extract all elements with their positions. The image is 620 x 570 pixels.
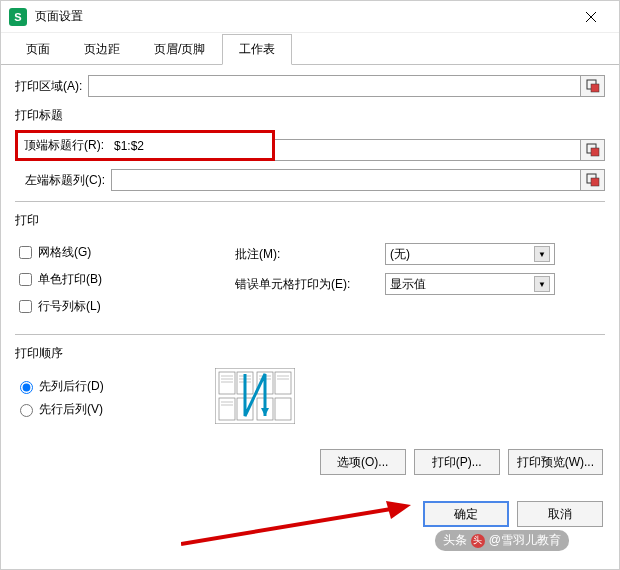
row-col-headings-checkbox[interactable] [19,300,32,313]
top-row-ref-button[interactable] [581,139,605,161]
row-col-headings-label: 行号列标(L) [38,298,101,315]
tab-margin[interactable]: 页边距 [67,34,137,65]
print-titles-section: 打印标题 [15,107,605,124]
gridlines-checkbox[interactable] [19,246,32,259]
watermark-prefix: 头条 [443,532,467,549]
print-button[interactable]: 打印(P)... [414,449,500,475]
top-row-label: 顶端标题行(R): [24,137,104,154]
black-white-label: 单色打印(B) [38,271,102,288]
tab-bar: 页面 页边距 页眉/页脚 工作表 [1,33,619,65]
svg-rect-12 [275,372,291,394]
over-then-down-label: 先行后列(V) [39,401,103,418]
tab-sheet[interactable]: 工作表 [222,34,292,65]
print-area-input[interactable] [88,75,581,97]
black-white-checkbox[interactable] [19,273,32,286]
errors-select[interactable]: 显示值 ▼ [385,273,555,295]
print-section: 打印 [15,212,605,229]
left-col-input[interactable] [111,169,581,191]
top-row-input-ext[interactable] [275,139,581,161]
close-icon [585,11,597,23]
close-button[interactable] [571,1,611,33]
gridlines-label: 网格线(G) [38,244,91,261]
svg-rect-13 [219,398,235,420]
svg-rect-7 [591,178,599,186]
top-row-input[interactable] [112,138,212,154]
top-row-highlight: 顶端标题行(R): [15,130,275,161]
tab-page[interactable]: 页面 [9,34,67,65]
watermark-text: @雪羽儿教育 [489,532,561,549]
svg-rect-16 [275,398,291,420]
left-col-label: 左端标题列(C): [25,172,105,189]
page-order-section: 打印顺序 [15,345,605,362]
down-then-over-label: 先列后行(D) [39,378,104,395]
range-select-icon [586,173,600,187]
page-order-preview-icon [215,368,295,427]
watermark-icon: 头 [471,534,485,548]
range-select-icon [586,79,600,93]
errors-value: 显示值 [390,276,426,293]
comments-value: (无) [390,246,410,263]
left-col-ref-button[interactable] [581,169,605,191]
watermark: 头条 头 @雪羽儿教育 [435,530,569,551]
chevron-down-icon: ▼ [534,276,550,292]
over-then-down-radio[interactable] [20,404,33,417]
comments-label: 批注(M): [235,246,385,263]
print-area-label: 打印区域(A): [15,78,82,95]
svg-rect-9 [219,372,235,394]
app-icon: S [9,8,27,26]
svg-rect-3 [591,84,599,92]
svg-rect-5 [591,148,599,156]
down-then-over-radio[interactable] [20,381,33,394]
window-title: 页面设置 [35,8,83,25]
tab-header-footer[interactable]: 页眉/页脚 [137,34,222,65]
comments-select[interactable]: (无) ▼ [385,243,555,265]
chevron-down-icon: ▼ [534,246,550,262]
ok-button[interactable]: 确定 [423,501,509,527]
range-select-icon [586,143,600,157]
print-area-ref-button[interactable] [581,75,605,97]
errors-label: 错误单元格打印为(E): [235,276,385,293]
cancel-button[interactable]: 取消 [517,501,603,527]
print-preview-button[interactable]: 打印预览(W)... [508,449,603,475]
options-button[interactable]: 选项(O)... [320,449,406,475]
